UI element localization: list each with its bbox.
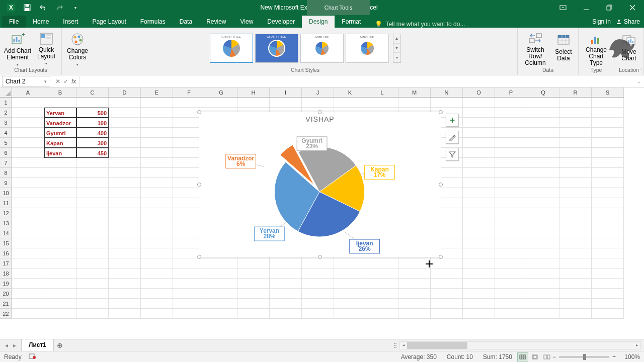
svg-rect-33 (594, 37, 596, 44)
svg-text:6%: 6% (236, 160, 246, 167)
tab-file[interactable]: File (2, 16, 26, 28)
redo-icon[interactable] (52, 1, 66, 14)
window-controls (551, 0, 644, 15)
collapse-ribbon-icon[interactable]: ˆ (640, 68, 642, 74)
chart-style-2[interactable]: CHART TITLE (255, 34, 298, 63)
quick-layout-button[interactable]: Quick Layout▾ (34, 31, 58, 66)
svg-text:23%: 23% (306, 143, 318, 150)
svg-text:26%: 26% (359, 245, 371, 252)
tab-design[interactable]: Design (302, 16, 335, 28)
chart-elements-button[interactable]: + (446, 114, 459, 127)
ribbon-options-icon[interactable] (551, 0, 575, 15)
name-box[interactable]: Chart 2▾ (2, 76, 50, 87)
page-layout-view-icon[interactable] (529, 352, 540, 361)
resize-handle-ne[interactable] (439, 110, 443, 114)
style-gallery-scroll[interactable]: ▲▼▾ (393, 34, 401, 63)
row-headers[interactable]: 12345678910111213141516171819202122 (0, 98, 12, 319)
horizontal-scrollbar[interactable]: ◂ ▸ (399, 341, 641, 349)
sign-in-link[interactable]: Sign in (592, 18, 611, 25)
svg-point-10 (618, 20, 620, 22)
share-button[interactable]: Share (616, 18, 640, 25)
dragon-icon (603, 31, 638, 66)
svg-rect-17 (41, 34, 45, 38)
normal-view-icon[interactable] (517, 352, 528, 361)
chart-styles-button[interactable] (446, 131, 459, 144)
excel-icon[interactable]: X (4, 1, 18, 14)
qat-customize-icon[interactable]: ▾ (68, 1, 83, 14)
fx-icon[interactable]: fx (71, 78, 76, 85)
chart-style-3[interactable]: Chart Title (300, 34, 344, 63)
svg-point-63 (395, 343, 396, 344)
tab-developer[interactable]: Developer (260, 16, 302, 28)
sheet-tab-1[interactable]: Лист1 (21, 339, 54, 351)
select-data-button[interactable]: Select Data (552, 31, 575, 66)
status-sum: Sum: 1750 (478, 353, 517, 360)
group-change-colors: Change Colors▾ (62, 28, 93, 75)
ribbon-tabs: File Home Insert Page Layout Formulas Da… (0, 15, 644, 28)
page-break-view-icon[interactable] (541, 352, 552, 361)
expand-formula-bar-icon[interactable]: ⌄ (634, 79, 644, 84)
resize-handle-nw[interactable] (197, 110, 201, 114)
zoom-level[interactable]: 100% (619, 353, 640, 360)
svg-rect-32 (591, 40, 593, 44)
chart-style-4[interactable]: Chart Title (346, 34, 389, 63)
svg-rect-3 (26, 5, 29, 7)
add-chart-element-button[interactable]: +Add Chart Element▾ (3, 31, 32, 66)
svg-rect-25 (536, 34, 541, 38)
svg-point-60 (394, 343, 395, 344)
chart-filters-button[interactable] (446, 148, 459, 161)
zoom-controls: − + 100% (552, 353, 640, 360)
sheet-tab-bar: ◂▸ Лист1 ⊕ ◂ ▸ (0, 339, 644, 351)
ribbon: +Add Chart Element▾ Quick Layout▾ Chart … (0, 28, 644, 75)
tab-split-handle[interactable] (393, 341, 397, 349)
zoom-slider[interactable] (559, 356, 609, 358)
svg-rect-26 (529, 39, 534, 43)
select-all-corner[interactable] (0, 87, 12, 98)
change-colors-button[interactable]: Change Colors▾ (65, 31, 90, 66)
svg-text:X: X (9, 4, 13, 11)
tell-me-input[interactable]: Tell me what you want to do... (382, 21, 465, 28)
svg-rect-74 (544, 355, 546, 359)
undo-icon[interactable] (36, 1, 50, 14)
tab-data[interactable]: Data (173, 16, 199, 28)
restore-icon[interactable] (598, 0, 621, 15)
chart-side-buttons: + (446, 114, 459, 161)
switch-row-column-button[interactable]: Switch Row/ Column (521, 31, 550, 66)
svg-point-20 (72, 34, 83, 45)
column-headers[interactable]: ABCDEFGHIJKLMNOPQRS (12, 87, 624, 98)
svg-rect-4 (25, 8, 29, 11)
worksheet-grid[interactable]: ABCDEFGHIJKLMNOPQRS 12345678910111213141… (0, 87, 644, 339)
close-icon[interactable] (621, 0, 644, 15)
svg-text:28%: 28% (263, 233, 275, 240)
embedded-chart[interactable]: VISHAP Gyumri23%Kapan17%Ijevan26%Yervan2… (199, 112, 441, 257)
tab-view[interactable]: View (233, 16, 261, 28)
new-sheet-button[interactable]: ⊕ (54, 341, 66, 349)
tab-review[interactable]: Review (199, 16, 233, 28)
tab-format[interactable]: Format (335, 16, 368, 28)
formula-input[interactable] (79, 76, 634, 87)
svg-point-24 (75, 41, 77, 43)
svg-rect-19 (46, 37, 51, 39)
save-icon[interactable] (20, 1, 34, 14)
zoom-out-icon[interactable]: − (552, 353, 556, 360)
chart-style-1[interactable]: CHART TITLE (210, 34, 253, 63)
tab-formulas[interactable]: Formulas (133, 16, 173, 28)
svg-point-61 (394, 345, 395, 346)
tab-page-layout[interactable]: Page Layout (85, 16, 133, 28)
macro-record-icon[interactable] (29, 353, 36, 360)
zoom-in-icon[interactable]: + (612, 353, 616, 360)
sheet-nav[interactable]: ◂▸ (0, 342, 21, 349)
svg-rect-34 (597, 38, 599, 44)
status-ready: Ready (4, 353, 22, 360)
chart-plot-area[interactable]: Gyumri23%Kapan17%Ijevan26%Yervan28%Vanad… (199, 124, 441, 257)
svg-rect-75 (547, 355, 550, 359)
tab-home[interactable]: Home (26, 16, 56, 28)
cancel-formula-icon[interactable]: ✕ (55, 78, 60, 85)
svg-text:17%: 17% (374, 171, 386, 178)
minimize-icon[interactable] (575, 0, 598, 15)
tab-insert[interactable]: Insert (56, 16, 85, 28)
resize-handle-n[interactable] (318, 110, 322, 114)
status-average: Average: 350 (396, 353, 442, 360)
enter-formula-icon[interactable]: ✓ (63, 78, 68, 85)
svg-point-65 (395, 347, 396, 348)
